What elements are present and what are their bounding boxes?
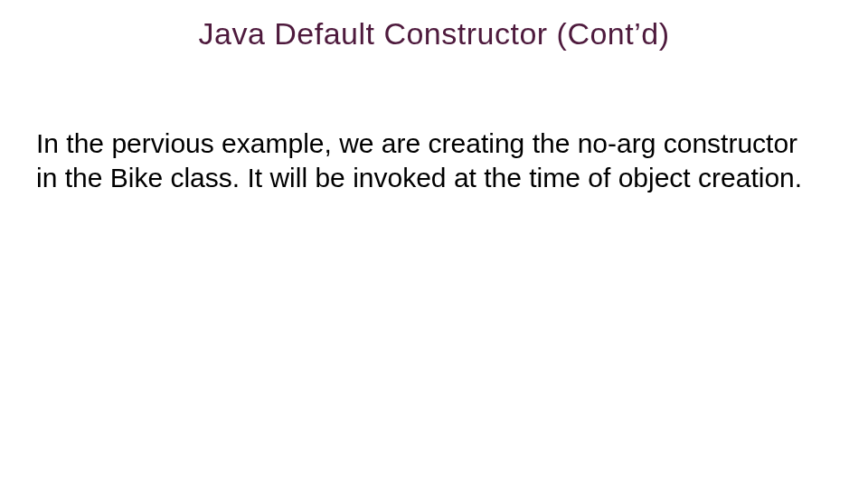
slide-body-text: In the pervious example, we are creating… [36, 127, 805, 194]
slide: Java Default Constructor (Cont’d) In the… [0, 0, 868, 488]
slide-title: Java Default Constructor (Cont’d) [0, 16, 868, 52]
